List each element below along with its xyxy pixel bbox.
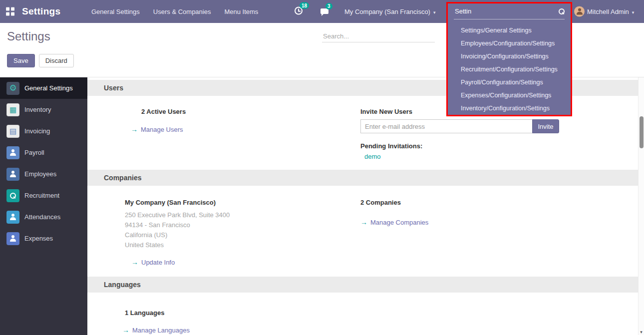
search-results-list: Settings/General Settings Employees/Conf…: [448, 24, 571, 115]
companies-count: 2 Companies: [360, 199, 638, 206]
invoice-document-icon: ▤: [6, 125, 19, 138]
employees-group-icon: [6, 168, 19, 181]
sidebar-item-employees[interactable]: Employees: [0, 163, 87, 185]
sidebar-item-label: Attendances: [24, 213, 60, 221]
sidebar-item-label: Inventory: [24, 106, 51, 113]
pending-invitation-user[interactable]: demo: [360, 153, 638, 160]
payroll-person-icon: [6, 146, 19, 159]
section-companies: My Company (San Francisco) 250 Executive…: [87, 186, 638, 274]
messages-systray[interactable]: 3: [321, 7, 328, 15]
search-result-item[interactable]: Inventory/Configuration/Settings: [448, 102, 571, 115]
sidebar-item-recruitment[interactable]: Recruitment: [0, 185, 87, 206]
menu-menu-items[interactable]: Menu Items: [224, 8, 258, 15]
save-button[interactable]: Save: [7, 54, 35, 67]
update-info-link[interactable]: Update Info: [131, 258, 175, 266]
message-badge: 3: [325, 3, 332, 9]
sidebar-item-inventory[interactable]: ▦ Inventory: [0, 99, 87, 120]
navbar-search-input[interactable]: [454, 6, 559, 16]
activity-systray[interactable]: 18: [295, 7, 303, 16]
user-name: Mitchell Admin: [587, 8, 629, 15]
invite-button[interactable]: Invite: [532, 119, 559, 133]
company-switcher-label: My Company (San Francisco): [344, 8, 430, 15]
address-line: 94134 - San Francisco: [125, 220, 360, 230]
active-users-count: 2 Active Users: [141, 108, 186, 115]
search-result-item[interactable]: Invoicing/Configuration/Settings: [448, 50, 571, 63]
menu-users-companies[interactable]: Users & Companies: [153, 8, 211, 15]
section-header-languages: Languages: [87, 277, 638, 293]
address-line: California (US): [125, 230, 360, 240]
vertical-scrollbar[interactable]: [638, 77, 644, 335]
expense-person-icon: [6, 232, 19, 245]
arrow-right-icon: [131, 126, 138, 133]
user-avatar[interactable]: [574, 6, 585, 17]
languages-count: 1 Languages: [125, 309, 360, 317]
address-line: 250 Executive Park Blvd, Suite 3400: [125, 210, 360, 220]
page-title: Settings: [7, 29, 50, 43]
section-languages: 1 Languages Manage Languages: [87, 293, 638, 334]
search-result-item[interactable]: Recruitment/Configuration/Settings: [448, 63, 571, 76]
navbar-search-box: [454, 6, 565, 19]
person-icon: [576, 8, 583, 15]
sidebar-item-label: Recruitment: [24, 192, 59, 199]
attendance-person-icon: [6, 211, 19, 224]
gear-icon: ⚙: [6, 82, 19, 95]
recruitment-magnifier-icon: [6, 189, 19, 202]
company-name: My Company (San Francisco): [125, 199, 360, 206]
user-menu[interactable]: Mitchell Admin: [587, 8, 634, 15]
chevron-down-icon: [632, 8, 635, 15]
sidebar-item-label: Employees: [24, 170, 56, 178]
arrow-right-icon: [360, 219, 367, 226]
search-result-item[interactable]: Payroll/Configuration/Settings: [448, 76, 571, 89]
top-menu: General Settings Users & Companies Menu …: [91, 8, 258, 15]
arrow-right-icon: [122, 327, 129, 334]
settings-sidebar: ⚙ General Settings ▦ Inventory ▤ Invoici…: [0, 77, 87, 335]
company-switcher[interactable]: My Company (San Francisco): [344, 8, 435, 15]
scrollbar-thumb[interactable]: [640, 116, 644, 148]
search-icon: [559, 8, 565, 14]
search-results-dropdown: Settings/General Settings Employees/Conf…: [446, 2, 572, 116]
manage-languages-link[interactable]: Manage Languages: [122, 326, 190, 334]
boxes-icon: ▦: [6, 103, 19, 116]
sidebar-item-label: Invoicing: [24, 127, 50, 135]
scroll-down-arrow-icon[interactable]: [639, 330, 644, 335]
manage-companies-link[interactable]: Manage Companies: [360, 218, 428, 226]
records-search-input[interactable]: [322, 30, 435, 42]
search-result-item[interactable]: Employees/Configuration/Settings: [448, 37, 571, 50]
chevron-down-icon: [433, 8, 436, 15]
address-line: United States: [125, 240, 360, 250]
sidebar-item-expenses[interactable]: Expenses: [0, 228, 87, 249]
search-result-item[interactable]: Expenses/Configuration/Settings: [448, 89, 571, 102]
company-address: 250 Executive Park Blvd, Suite 3400 9413…: [125, 210, 360, 250]
search-result-item[interactable]: Settings/General Settings: [448, 24, 571, 37]
sidebar-item-general-settings[interactable]: ⚙ General Settings: [0, 77, 87, 99]
apps-menu-icon[interactable]: [6, 7, 14, 16]
records-search: [322, 30, 435, 42]
sidebar-item-attendances[interactable]: Attendances: [0, 206, 87, 228]
sidebar-item-label: Payroll: [24, 149, 44, 156]
app-title[interactable]: Settings: [22, 6, 60, 17]
discard-button[interactable]: Discard: [39, 54, 74, 67]
arrow-right-icon: [131, 259, 138, 266]
control-panel-buttons: Save Discard: [7, 54, 74, 67]
sidebar-item-invoicing[interactable]: ▤ Invoicing: [0, 120, 87, 142]
sidebar-item-label: Expenses: [24, 235, 53, 242]
section-header-companies: Companies: [87, 170, 638, 186]
sidebar-item-label: General Settings: [24, 84, 73, 92]
manage-users-link[interactable]: Manage Users: [131, 125, 183, 133]
user-group-icon: [125, 108, 137, 115]
invite-email-input[interactable]: [360, 119, 533, 133]
activity-badge: 18: [300, 2, 309, 9]
pending-invitations-label: Pending Invitations:: [360, 142, 638, 150]
menu-general-settings[interactable]: General Settings: [91, 8, 140, 15]
sidebar-item-payroll[interactable]: Payroll: [0, 142, 87, 163]
